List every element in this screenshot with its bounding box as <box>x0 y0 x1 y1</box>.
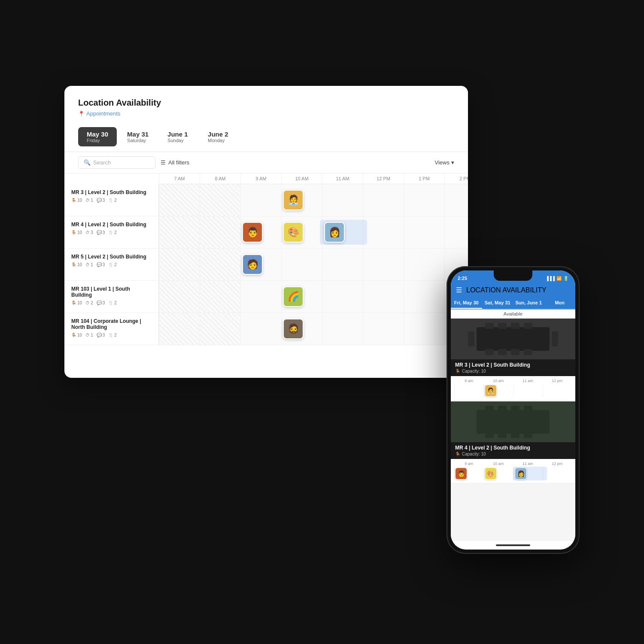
svg-rect-25 <box>451 401 575 442</box>
phone-event-avatar-1c[interactable]: 👩 <box>515 468 527 480</box>
phone-room-card-0[interactable]: MR 3 | Level 2 | South Building 🪑 Capaci… <box>451 319 575 401</box>
time-col-5: 12 PM <box>363 173 404 184</box>
phone-app-title: LOCATION AVAILABILITY <box>466 286 547 294</box>
room-timeline-0: 🧑‍💼 <box>159 184 468 216</box>
room-timeline-3: 🌈 <box>159 281 468 313</box>
phone-room-info-bar-1: MR 4 | Level 2 | South Building 🪑 Capaci… <box>451 442 575 459</box>
room-row-2: MR 5 | Level 2 | South Building 🪑 10 ⏱ 1… <box>64 249 468 281</box>
filter-button[interactable]: ☰ All filters <box>161 159 189 166</box>
date-tab-0-date: May 30 <box>87 131 108 138</box>
phone-event-avatar-1b[interactable]: 🎨 <box>485 468 497 480</box>
room-name-1: MR 4 | Level 2 | South Building <box>71 222 152 228</box>
room-row-4: MR 104 | Corporate Lounge | North Buildi… <box>64 313 468 345</box>
ptl-0-0: 9 am <box>454 379 484 383</box>
views-label: Views <box>435 159 450 166</box>
room-info-1: MR 4 | Level 2 | South Building 🪑 10 ⏱ 3… <box>64 216 159 248</box>
event-avatar-r0[interactable]: 🧑‍💼 <box>283 190 304 210</box>
event-avatar-r1c[interactable]: 👩 <box>324 222 345 243</box>
phone-date-tab-1[interactable]: Sat, May 31 <box>482 298 513 309</box>
chevron-down-icon: ▾ <box>451 159 454 166</box>
room-timeline-1: 👨 🎨 👩 <box>159 216 468 248</box>
event-avatar-r1a[interactable]: 👨 <box>242 222 263 243</box>
signal-icon: ▐▐▐ <box>546 276 555 281</box>
phone-date-tab-0[interactable]: Fri, May 30 <box>451 298 482 309</box>
room-attr-chat: 💬 3 <box>97 198 105 203</box>
phone-app-header: ☰ LOCATION AVAILABILITY <box>451 283 575 298</box>
event-avatar-r4[interactable]: 🧔 <box>283 319 304 339</box>
time-col-6: 1 PM <box>404 173 444 184</box>
search-icon: 🔍 <box>84 159 91 166</box>
menu-icon[interactable]: ☰ <box>456 286 462 294</box>
svg-rect-12 <box>451 319 575 359</box>
search-placeholder: Search <box>93 159 111 166</box>
filter-label: All filters <box>168 159 189 166</box>
toolbar-left: 🔍 Search ☰ All filters <box>78 156 189 169</box>
ptl-1-3: 12 pm <box>543 462 572 466</box>
room-row-0: MR 3 | Level 2 | South Building 🪑 10 ⏱ 1… <box>64 184 468 216</box>
rooms-grid: MR 3 | Level 2 | South Building 🪑 10 ⏱ 1… <box>64 184 468 345</box>
event-avatar-r1b[interactable]: 🎨 <box>283 222 304 243</box>
phone-time: 2:25 <box>458 276 467 281</box>
date-tab-3[interactable]: June 2 Monday <box>199 127 238 146</box>
capacity-icon-0: 🪑 <box>455 369 460 374</box>
capacity-text-0: Capacity: 10 <box>462 369 486 374</box>
room-timeline-2: 🧑 <box>159 249 468 280</box>
date-tab-0[interactable]: May 30 Friday <box>78 127 117 146</box>
time-col-3: 10 AM <box>281 173 322 184</box>
room-info-3: MR 103 | Level 1 | South Building 🪑 10 ⏱… <box>64 281 159 313</box>
room-info-0: MR 3 | Level 2 | South Building 🪑 10 ⏱ 1… <box>64 184 159 216</box>
room-attr-food: 🍴 2 <box>108 198 117 203</box>
date-tab-2-day: Sunday <box>167 138 189 143</box>
event-avatar-r2[interactable]: 🧑 <box>242 254 263 275</box>
date-tab-2-date: June 1 <box>167 131 189 138</box>
phone-room-info-bar-0: MR 3 | Level 2 | South Building 🪑 Capaci… <box>451 359 575 376</box>
room-name-4: MR 104 | Corporate Lounge | North Buildi… <box>71 318 152 330</box>
phone-event-avatar-1a[interactable]: 👨 <box>455 468 467 480</box>
ptl-1-2: 11 am <box>513 462 543 466</box>
phone-timeline-row-0: 🧑‍💼 <box>454 384 572 398</box>
breadcrumb[interactable]: 📍 Appointments <box>78 110 454 117</box>
battery-icon: 🔋 <box>563 276 568 281</box>
phone-room-bg-0 <box>451 319 575 359</box>
page-title: Location Availability <box>78 98 454 108</box>
phone-date-tabs: Fri, May 30 Sat, May 31 Sun, June 1 Mon <box>451 298 575 310</box>
phone-timeline-0: 9 am 10 am 11 am 12 pm <box>451 376 575 401</box>
date-tab-1[interactable]: May 31 Saturday <box>118 127 157 146</box>
calendar-area: 7 AM 8 AM 9 AM 10 AM 11 AM 12 PM 1 PM 2 … <box>64 173 468 345</box>
date-tab-0-day: Friday <box>87 138 108 143</box>
views-button[interactable]: Views ▾ <box>435 159 454 166</box>
phone-date-label-2: Sun, June 1 <box>514 300 544 305</box>
toolbar: 🔍 Search ☰ All filters Views ▾ <box>64 152 468 173</box>
room-attrs-1: 🪑 10 ⏱ 3 💬 3 🍴 2 <box>71 230 152 235</box>
wifi-icon: 📶 <box>556 276 562 281</box>
phone-date-tab-3[interactable]: Mon <box>544 298 576 309</box>
phone-outer: 2:25 ▐▐▐ 📶 🔋 ☰ LOCATION AVAILABILITY Fri… <box>447 266 580 554</box>
phone-room-card-1[interactable]: MR 4 | Level 2 | South Building 🪑 Capaci… <box>451 401 575 483</box>
event-avatar-r3[interactable]: 🌈 <box>283 286 304 307</box>
phone-date-tab-2[interactable]: Sun, June 1 <box>513 298 544 309</box>
phone-event-avatar-0[interactable]: 🧑‍💼 <box>485 385 497 397</box>
search-box[interactable]: 🔍 Search <box>78 156 155 169</box>
filter-icon: ☰ <box>161 159 166 166</box>
available-badge: Available <box>451 310 575 319</box>
phone-date-label-0: Fri, May 30 <box>452 300 481 305</box>
date-tab-1-date: May 31 <box>127 131 149 138</box>
breadcrumb-label[interactable]: Appointments <box>86 110 121 117</box>
available-text: Available <box>504 311 522 316</box>
phone-room-title-0: MR 3 | Level 2 | South Building <box>455 362 571 368</box>
date-tab-2[interactable]: June 1 Sunday <box>159 127 197 146</box>
ptl-0-3: 12 pm <box>543 379 572 383</box>
room-attrs-0: 🪑 10 ⏱ 1 💬 3 🍴 2 <box>71 198 152 203</box>
phone-timeline-header-0: 9 am 10 am 11 am 12 pm <box>454 379 572 383</box>
phone-timeline-header-1: 9 am 10 am 11 am 12 pm <box>454 462 572 466</box>
ptl-1-0: 9 am <box>454 462 484 466</box>
location-icon: 📍 <box>78 111 85 117</box>
phone-notch <box>494 270 532 281</box>
phone-screen: 2:25 ▐▐▐ 📶 🔋 ☰ LOCATION AVAILABILITY Fri… <box>451 270 575 550</box>
date-tab-3-day: Monday <box>208 138 229 143</box>
phone-timeline-1: 9 am 10 am 11 am 12 pm <box>451 459 575 483</box>
date-tab-1-day: Saturday <box>127 138 149 143</box>
date-tabs: May 30 Friday May 31 Saturday June 1 Sun… <box>64 122 468 152</box>
phone-room-title-1: MR 4 | Level 2 | South Building <box>455 445 571 451</box>
home-indicator <box>496 544 530 546</box>
